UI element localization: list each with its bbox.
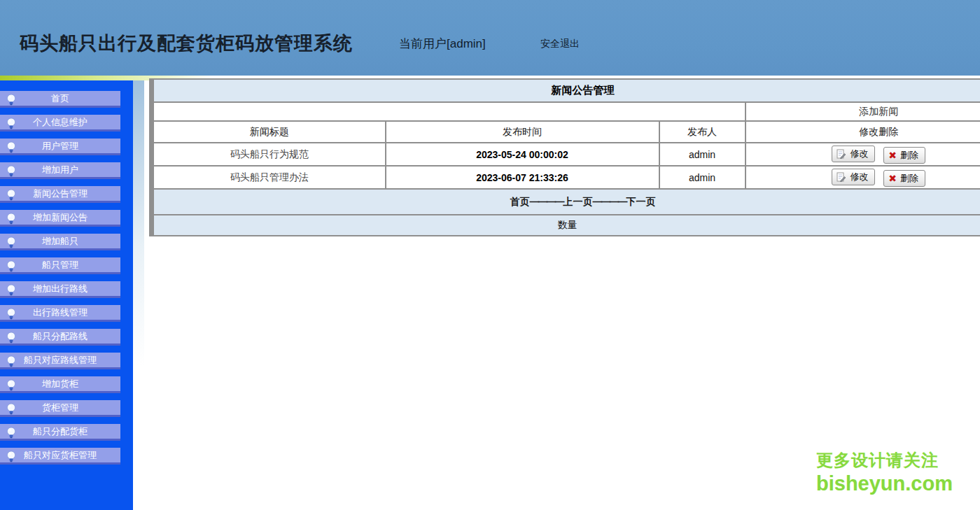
sidebar-item-add-route[interactable]: 增加出行路线: [0, 281, 120, 298]
sidebar-item-route-mgmt[interactable]: 出行路线管理: [0, 305, 120, 322]
watermark: 更多设计请关注 bisheyun.com: [816, 450, 953, 496]
app-title: 码头船只出行及配套货柜码放管理系统: [20, 31, 353, 56]
sidebar-item-ship-mgmt[interactable]: 船只管理: [0, 257, 120, 274]
actions-cell: 修改 ✖删除: [746, 143, 980, 166]
bulb-icon: [6, 189, 16, 201]
sidebar-item-ship-assign-route[interactable]: 船只分配路线: [0, 329, 120, 346]
sidebar-item-label: 货柜管理: [42, 402, 78, 414]
sidebar-item-label: 船只管理: [42, 259, 78, 271]
pagination-prev-link[interactable]: 上一页: [564, 196, 593, 207]
sidebar-item-label: 增加船只: [42, 235, 78, 248]
watermark-line2: bisheyun.com: [816, 471, 953, 496]
sidebar-item-user-mgmt[interactable]: 用户管理: [0, 139, 120, 155]
sidebar-item-add-ship[interactable]: 增加船只: [0, 234, 120, 250]
bulb-icon: [6, 284, 16, 296]
news-title-cell: 码头船只管理办法: [152, 166, 386, 189]
bulb-icon: [6, 236, 16, 248]
sidebar-fade-band: [133, 80, 144, 381]
sidebar-item-label: 用户管理: [42, 140, 78, 153]
bulb-icon: [6, 118, 16, 129]
bulb-icon: [6, 165, 16, 177]
sidebar-item-label: 首页: [51, 92, 69, 105]
publish-time-cell: 2023-06-07 21:33:26: [386, 166, 659, 189]
col-header-publisher: 发布人: [659, 121, 746, 143]
bulb-icon: [6, 403, 16, 415]
bulb-icon: [6, 332, 16, 343]
header-bar: 码头船只出行及配套货柜码放管理系统 当前用户[admin] 安全退出: [0, 0, 980, 76]
sidebar-item-ship-assign-container[interactable]: 船只分配货柜: [0, 424, 120, 441]
sidebar-item-label: 增加新闻公告: [33, 211, 88, 224]
bulb-icon: [6, 213, 16, 225]
sidebar-item-ship-container-mgmt[interactable]: 船只对应货柜管理: [0, 448, 120, 465]
delete-button[interactable]: ✖删除: [883, 170, 925, 187]
col-header-actions: 修改删除: [746, 121, 980, 143]
table-row: 码头船只行为规范 2023-05-24 00:00:02 admin 修改 ✖删…: [152, 143, 980, 166]
sidebar-item-container-mgmt[interactable]: 货柜管理: [0, 400, 120, 417]
edit-button[interactable]: 修改: [832, 146, 875, 162]
sidebar-item-label: 增加货柜: [42, 378, 78, 390]
current-user-label: 当前用户[admin]: [399, 36, 486, 52]
bulb-icon: [6, 141, 16, 153]
logout-link[interactable]: 安全退出: [540, 38, 580, 50]
actions-cell: 修改 ✖删除: [746, 166, 980, 189]
pagination-separator: ————: [593, 196, 626, 207]
publish-time-cell: 2023-05-24 00:00:02: [386, 143, 659, 166]
pagination-separator: ————: [530, 196, 564, 207]
edit-icon: [836, 149, 846, 159]
sidebar-item-label: 新闻公告管理: [33, 187, 88, 200]
bulb-icon: [6, 427, 16, 439]
app-window: 码头船只出行及配套货柜码放管理系统 当前用户[admin] 安全退出 首页 个人…: [0, 0, 980, 510]
bulb-icon: [6, 308, 16, 320]
table-row: 码头船只管理办法 2023-06-07 21:33:26 admin 修改 ✖删…: [152, 166, 980, 189]
delete-button[interactable]: ✖删除: [883, 147, 925, 164]
sidebar-menu: 首页 个人信息维护 用户管理 增加用户 新闻公告管理 增加新闻公告 增加船只 船…: [0, 80, 133, 510]
col-header-time: 发布时间: [386, 121, 659, 143]
sidebar-item-home[interactable]: 首页: [0, 91, 120, 108]
sidebar-item-add-container[interactable]: 增加货柜: [0, 376, 120, 393]
delete-x-icon: ✖: [888, 173, 897, 183]
sidebar-item-add-user[interactable]: 增加用户: [0, 162, 120, 179]
delete-x-icon: ✖: [888, 150, 897, 160]
publisher-cell: admin: [659, 166, 746, 189]
news-table: 新闻公告管理 添加新闻 新闻标题 发布时间 发布人 修改删除 码头船只行为规范 …: [149, 78, 980, 236]
main-content: 新闻公告管理 添加新闻 新闻标题 发布时间 发布人 修改删除 码头船只行为规范 …: [149, 78, 980, 236]
pagination-first-link[interactable]: 首页: [510, 196, 530, 207]
panel-title: 新闻公告管理: [152, 79, 980, 102]
edit-icon: [836, 172, 846, 182]
pagination-bar: 首页————上一页————下一页: [152, 189, 980, 215]
news-title-cell: 码头船只行为规范: [152, 143, 386, 166]
sidebar-item-label: 出行路线管理: [33, 306, 88, 319]
bulb-icon: [6, 260, 16, 272]
bulb-icon: [6, 94, 16, 106]
edit-button[interactable]: 修改: [832, 169, 875, 185]
sidebar-item-label: 船只对应路线管理: [24, 354, 97, 367]
count-label: 数量: [152, 215, 980, 236]
sidebar-item-ship-route-mgmt[interactable]: 船只对应路线管理: [0, 353, 120, 369]
empty-cell: [152, 102, 746, 121]
bulb-icon: [6, 379, 16, 391]
sidebar-item-add-news[interactable]: 增加新闻公告: [0, 210, 120, 227]
bulb-icon: [6, 355, 16, 367]
watermark-line1: 更多设计请关注: [816, 450, 953, 471]
sidebar-item-label: 增加用户: [42, 164, 78, 176]
bulb-icon: [6, 451, 16, 462]
pagination-next-link[interactable]: 下一页: [626, 196, 656, 207]
sidebar-item-label: 个人信息维护: [33, 116, 88, 129]
publisher-cell: admin: [659, 143, 746, 166]
sidebar-item-label: 船只分配货柜: [33, 425, 88, 438]
col-header-title: 新闻标题: [152, 121, 386, 143]
add-news-link[interactable]: 添加新闻: [859, 106, 898, 117]
sidebar-item-label: 船只对应货柜管理: [24, 449, 97, 462]
sidebar-item-profile[interactable]: 个人信息维护: [0, 115, 120, 132]
sidebar-item-label: 增加出行路线: [33, 283, 88, 295]
sidebar-item-label: 船只分配路线: [33, 330, 88, 343]
sidebar-item-news-mgmt[interactable]: 新闻公告管理: [0, 186, 120, 203]
